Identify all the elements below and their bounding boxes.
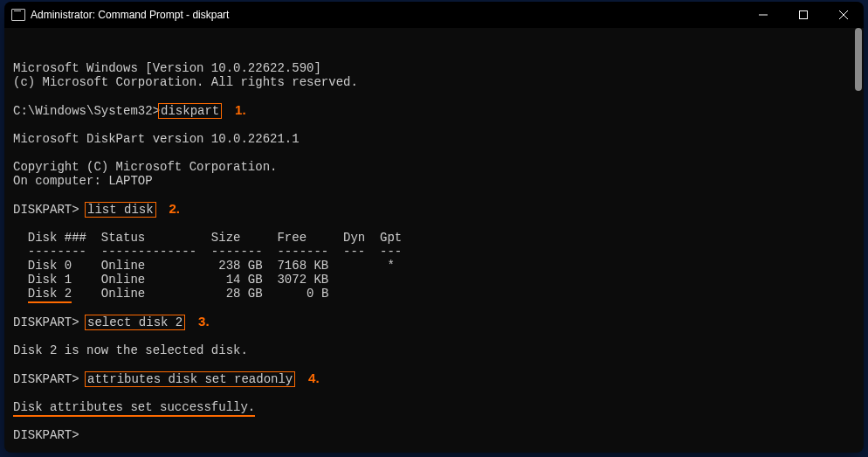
scrollbar-thumb[interactable] bbox=[855, 28, 862, 91]
step-label-3: 3. bbox=[198, 314, 210, 329]
prompt-path: C:\Windows\System32> bbox=[13, 104, 160, 118]
step-label-1: 1. bbox=[235, 102, 246, 117]
terminal-icon bbox=[11, 9, 25, 21]
step-label-2: 2. bbox=[169, 201, 180, 216]
text-line: Microsoft DiskPart version 10.0.22621.1 bbox=[13, 132, 300, 146]
diskpart-prompt: DISKPART> bbox=[13, 203, 79, 217]
minimize-icon bbox=[759, 10, 768, 19]
diskpart-prompt: DISKPART> bbox=[13, 428, 79, 442]
close-icon bbox=[839, 10, 848, 19]
success-text: Disk attributes set successfully. bbox=[13, 400, 255, 414]
text-line: Copyright (C) Microsoft Corporation. bbox=[13, 160, 277, 174]
table-divider: -------- ------------- ------- ------- -… bbox=[13, 245, 402, 259]
disk2-label: Disk 2 bbox=[28, 287, 72, 301]
window-title: Administrator: Command Prompt - diskpart bbox=[31, 9, 229, 21]
cmd-text: attributes disk set readonly bbox=[87, 372, 293, 386]
table-row: Disk 1 Online 14 GB 3072 KB bbox=[13, 273, 328, 287]
table-row-pad bbox=[13, 287, 28, 301]
cmd-text: select disk 2 bbox=[87, 315, 183, 329]
text-line: Disk 2 is now the selected disk. bbox=[13, 343, 248, 357]
underline-success: Disk attributes set successfully. bbox=[13, 400, 255, 417]
command-prompt-window: Administrator: Command Prompt - diskpart… bbox=[4, 2, 864, 453]
highlight-cmd-select: select disk 2 bbox=[85, 315, 185, 330]
highlight-cmd-diskpart: diskpart bbox=[158, 103, 222, 119]
terminal-area[interactable]: Microsoft Windows [Version 10.0.22622.59… bbox=[4, 28, 864, 453]
titlebar[interactable]: Administrator: Command Prompt - diskpart bbox=[4, 2, 864, 28]
highlight-cmd-attributes: attributes disk set readonly bbox=[85, 371, 295, 387]
table-row-rest: Online 28 GB 0 B bbox=[72, 287, 328, 301]
underline-disk2: Disk 2 bbox=[28, 287, 72, 303]
maximize-button[interactable] bbox=[783, 2, 823, 28]
cmd-text: diskpart bbox=[161, 104, 219, 118]
diskpart-prompt: DISKPART> bbox=[13, 372, 79, 386]
text-line: Microsoft Windows [Version 10.0.22622.59… bbox=[13, 61, 321, 75]
minimize-button[interactable] bbox=[743, 2, 783, 28]
cmd-text: list disk bbox=[87, 203, 154, 217]
diskpart-prompt: DISKPART> bbox=[13, 315, 79, 329]
window-controls bbox=[743, 2, 864, 28]
highlight-cmd-listdisk: list disk bbox=[85, 202, 156, 218]
title-left: Administrator: Command Prompt - diskpart bbox=[11, 9, 229, 21]
table-header: Disk ### Status Size Free Dyn Gpt bbox=[13, 231, 402, 245]
table-row: Disk 0 Online 238 GB 7168 KB * bbox=[13, 259, 395, 273]
step-label-4: 4. bbox=[308, 370, 320, 385]
svg-rect-1 bbox=[800, 11, 808, 19]
close-button[interactable] bbox=[823, 2, 864, 28]
text-line: (c) Microsoft Corporation. All rights re… bbox=[13, 75, 358, 89]
maximize-icon bbox=[799, 10, 808, 19]
text-line: On computer: LAPTOP bbox=[13, 174, 153, 188]
